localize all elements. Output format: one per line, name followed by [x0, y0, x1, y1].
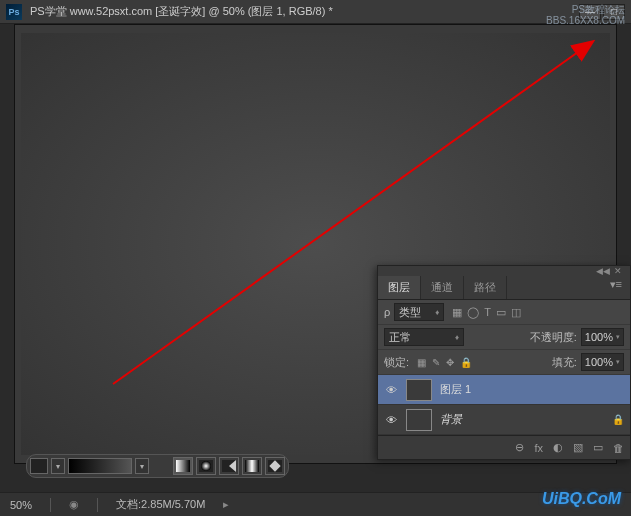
collapse-icon[interactable]: ◀◀ [596, 266, 610, 276]
svg-point-2 [201, 461, 211, 471]
angle-gradient-icon[interactable] [219, 457, 239, 475]
adjustment-filter-icon[interactable]: ◯ [467, 306, 479, 319]
lock-transparent-icon[interactable]: ▦ [417, 357, 426, 368]
panel-tabs: 图层 通道 路径 ▾≡ [378, 276, 630, 300]
filter-icons: ▦ ◯ T ▭ ◫ [452, 306, 521, 319]
fill-label: 填充: [552, 355, 577, 370]
link-layers-icon[interactable]: ⊖ [515, 441, 524, 454]
lock-all-icon[interactable]: 🔒 [460, 357, 472, 368]
layer-item[interactable]: 👁 图层 1 [378, 375, 630, 405]
foreground-swatch[interactable] [30, 458, 48, 474]
panel-menu-icon[interactable]: ▾≡ [602, 276, 630, 299]
linear-gradient-icon[interactable] [173, 457, 193, 475]
gradient-dropdown[interactable]: ▾ [135, 458, 149, 474]
filter-row: ρ 类型♦ ▦ ◯ T ▭ ◫ [378, 300, 630, 325]
gradient-preview[interactable] [68, 458, 132, 474]
panel-handle[interactable]: ◀◀ ✕ [378, 266, 630, 276]
watermark-bottom: UiBQ.CoM [542, 490, 621, 508]
lock-row: 锁定: ▦ ✎ ✥ 🔒 填充: 100%▾ [378, 350, 630, 375]
diamond-gradient-icon[interactable] [265, 457, 285, 475]
opacity-input[interactable]: 100%▾ [581, 328, 624, 346]
smart-filter-icon[interactable]: ◫ [511, 306, 521, 319]
lock-position-icon[interactable]: ✥ [446, 357, 454, 368]
doc-info[interactable]: 文档:2.85M/5.70M [116, 497, 205, 512]
kind-rho: ρ [384, 306, 390, 318]
radial-gradient-icon[interactable] [196, 457, 216, 475]
mask-icon[interactable]: ◐ [553, 441, 563, 454]
lock-icon: 🔒 [612, 414, 624, 425]
opacity-label: 不透明度: [530, 330, 577, 345]
svg-rect-4 [245, 460, 259, 472]
tab-paths[interactable]: 路径 [464, 276, 507, 299]
layer-name[interactable]: 图层 1 [440, 382, 624, 397]
layers-panel: ◀◀ ✕ 图层 通道 路径 ▾≡ ρ 类型♦ ▦ ◯ T ▭ ◫ 正常♦ 不透明… [377, 265, 631, 460]
fill-input[interactable]: 100%▾ [581, 353, 624, 371]
tab-channels[interactable]: 通道 [421, 276, 464, 299]
doc-info-dropdown[interactable]: ▸ [223, 498, 229, 511]
layer-thumbnail[interactable] [406, 379, 432, 401]
preview-icon[interactable]: ◉ [69, 498, 79, 511]
lock-pixels-icon[interactable]: ✎ [432, 357, 440, 368]
gradient-toolbar: ▾ ▾ [26, 454, 289, 478]
zoom-level[interactable]: 50% [10, 499, 32, 511]
type-filter-icon[interactable]: T [484, 306, 491, 319]
watermark-top: PS教程论坛 BBS.16XX8.COM [546, 4, 625, 26]
blend-mode-select[interactable]: 正常♦ [384, 328, 464, 346]
lock-label: 锁定: [384, 355, 409, 370]
layer-item[interactable]: 👁 背景 🔒 [378, 405, 630, 435]
visibility-icon[interactable]: 👁 [384, 384, 398, 396]
title-bar: Ps PS学堂 www.52psxt.com [圣诞字效] @ 50% (图层 … [0, 0, 631, 24]
new-layer-icon[interactable]: ▭ [593, 441, 603, 454]
blend-row: 正常♦ 不透明度: 100%▾ [378, 325, 630, 350]
visibility-icon[interactable]: 👁 [384, 414, 398, 426]
layer-kind-select[interactable]: 类型♦ [394, 303, 444, 321]
close-panel-icon[interactable]: ✕ [614, 266, 622, 276]
delete-layer-icon[interactable]: 🗑 [613, 442, 624, 454]
svg-rect-0 [176, 460, 190, 472]
status-bar: 50% ◉ 文档:2.85M/5.70M ▸ [0, 492, 631, 516]
layer-thumbnail[interactable] [406, 409, 432, 431]
adjustment-layer-icon[interactable]: ▧ [573, 441, 583, 454]
shape-filter-icon[interactable]: ▭ [496, 306, 506, 319]
layer-name[interactable]: 背景 [440, 412, 604, 427]
tab-layers[interactable]: 图层 [378, 276, 421, 299]
lock-icons: ▦ ✎ ✥ 🔒 [417, 357, 472, 368]
fx-icon[interactable]: fx [534, 442, 543, 454]
app-logo: Ps [6, 4, 22, 20]
pixel-filter-icon[interactable]: ▦ [452, 306, 462, 319]
panel-bottom-bar: ⊖ fx ◐ ▧ ▭ 🗑 [378, 435, 630, 459]
layer-list: 👁 图层 1 👁 背景 🔒 [378, 375, 630, 435]
document-title: PS学堂 www.52psxt.com [圣诞字效] @ 50% (图层 1, … [30, 4, 579, 19]
swatch-dropdown[interactable]: ▾ [51, 458, 65, 474]
reflected-gradient-icon[interactable] [242, 457, 262, 475]
